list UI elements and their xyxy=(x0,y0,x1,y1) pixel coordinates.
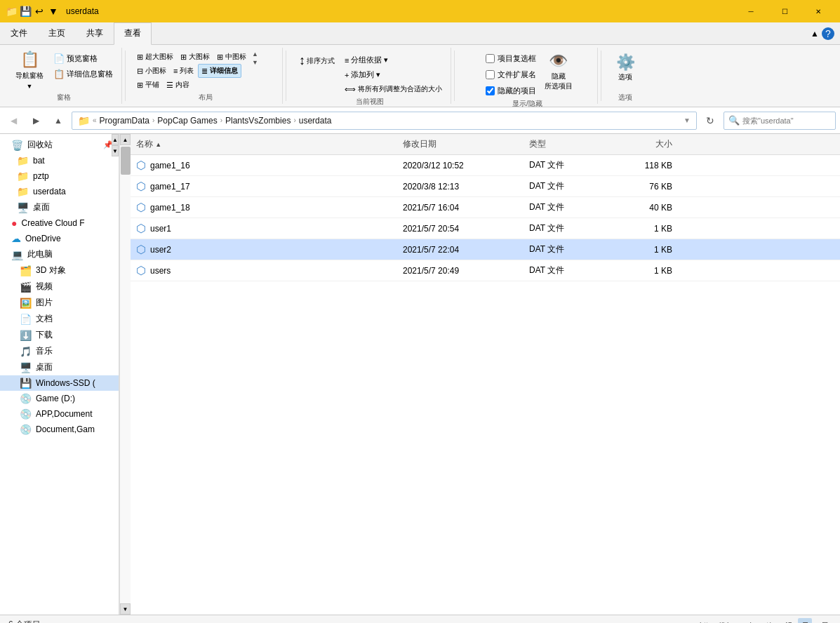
sidebar-label-userdata: userdata xyxy=(33,187,66,196)
tab-share[interactable]: 共享 xyxy=(76,22,114,44)
file-name-user1[interactable]: ⬡ user1 xyxy=(131,220,397,236)
sidebar-scrollbar: ▲ ▼ xyxy=(119,134,131,615)
file-name-users[interactable]: ⬡ users xyxy=(131,262,397,279)
large-icons-button[interactable]: ⊞ 大图标 xyxy=(178,51,213,63)
sidebar-item-onedrive[interactable]: ☁ OneDrive xyxy=(0,231,119,246)
large-view-button[interactable]: ⊞ xyxy=(818,618,832,624)
file-name-game1-18[interactable]: ⬡ game1_18 xyxy=(131,199,397,215)
sidebar-scrollbar-up[interactable]: ▲ xyxy=(120,134,131,145)
table-row[interactable]: ⬡ user2 2021/5/7 22:04 DAT 文件 1 KB xyxy=(131,239,840,260)
sidebar-item-app[interactable]: 💿 APP,Document xyxy=(0,406,119,422)
sidebar-scroll-down[interactable]: ▼ xyxy=(112,145,119,156)
maximize-button[interactable]: ☐ xyxy=(768,0,801,22)
path-dropdown-icon[interactable]: ▼ xyxy=(684,116,691,124)
sidebar-label-game-d: Game (D:) xyxy=(36,394,75,403)
close-button[interactable]: ✕ xyxy=(802,0,834,22)
table-row[interactable]: ⬡ game1_16 2020/3/12 10:52 DAT 文件 118 KB xyxy=(131,155,840,176)
extra-large-icons-button[interactable]: ⊞ 超大图标 xyxy=(134,51,176,63)
sidebar-item-pztp[interactable]: 📁 pztp xyxy=(0,168,119,184)
status-url: https://blog.csdn.net/qq_45 xyxy=(700,621,792,624)
path-sep-3: › xyxy=(293,116,295,124)
tab-file[interactable]: 文件 xyxy=(0,22,38,44)
hidden-items-input[interactable] xyxy=(486,86,495,95)
sidebar-label-onedrive: OneDrive xyxy=(25,234,61,243)
list-button[interactable]: ≡ 列表 xyxy=(171,64,196,78)
details-button[interactable]: ≣ 详细信息 xyxy=(198,64,241,78)
ribbon-collapse-icon[interactable]: ▲ xyxy=(811,29,819,39)
sidebar-item-desktop2[interactable]: 🖥️ 桌面 xyxy=(0,359,119,375)
creative-cloud-icon: ● xyxy=(11,217,17,229)
item-checkbox-toggle[interactable]: 项目复选框 xyxy=(483,52,539,65)
minimize-button[interactable]: ─ xyxy=(735,0,767,22)
tab-home[interactable]: 主页 xyxy=(38,22,76,44)
col-header-type[interactable]: 类型 xyxy=(524,137,608,152)
fit-columns-button[interactable]: ⟺ 将所有列调整为合适的大小 xyxy=(342,83,445,95)
path-programdata[interactable]: ProgramData xyxy=(100,116,149,126)
path-popcap[interactable]: PopCap Games xyxy=(157,116,217,126)
sidebar-scrollbar-thumb[interactable] xyxy=(121,147,131,175)
preview-pane-button[interactable]: 📄 预览窗格 xyxy=(51,52,116,65)
sidebar-item-pictures[interactable]: 🖼️ 图片 xyxy=(0,295,119,311)
help-icon[interactable]: ? xyxy=(822,27,834,40)
details-pane-button[interactable]: 📋 详细信息窗格 xyxy=(51,67,116,81)
sidebar-item-desktop[interactable]: 🖥️ 桌面 xyxy=(0,199,119,215)
folder-icon: 📁 xyxy=(78,115,90,126)
col-header-date[interactable]: 修改日期 xyxy=(397,137,524,152)
tab-view[interactable]: 查看 xyxy=(114,22,152,45)
sidebar-item-docs[interactable]: 📄 文档 xyxy=(0,311,119,327)
file-name-game1-17[interactable]: ⬡ game1_17 xyxy=(131,178,397,194)
table-row[interactable]: ⬡ game1_17 2020/3/8 12:13 DAT 文件 76 KB xyxy=(131,176,840,197)
file-type-user1: DAT 文件 xyxy=(524,221,608,236)
back-button[interactable]: ◀ xyxy=(4,112,22,130)
sidebar-scrollbar-track[interactable] xyxy=(120,145,131,603)
title-bar-dropdown-icon[interactable]: ▼ xyxy=(48,6,59,17)
col-header-name[interactable]: 名称 ▲ xyxy=(131,137,397,152)
title-bar-icons: 📁 💾 ↩ ▼ xyxy=(6,6,59,17)
content-button[interactable]: ☰ 内容 xyxy=(164,79,192,91)
sidebar-item-document[interactable]: 💿 Document,Gam xyxy=(0,422,119,437)
tiles-button[interactable]: ⊞ 平铺 xyxy=(134,79,162,91)
sidebar-scrollbar-down[interactable]: ▼ xyxy=(120,603,131,615)
forward-button[interactable]: ▶ xyxy=(27,112,45,130)
sidebar-item-thispc[interactable]: 💻 此电脑 xyxy=(0,246,119,262)
show-hide-group-label: 显示/隐藏 xyxy=(512,99,542,109)
sidebar-item-userdata[interactable]: 📁 userdata xyxy=(0,184,119,199)
add-column-button[interactable]: + 添加列 ▾ xyxy=(342,68,445,81)
sidebar-item-recycle[interactable]: 🗑️ 回收站 📌 xyxy=(0,137,119,153)
sidebar-label-recycle: 回收站 xyxy=(27,139,53,151)
item-checkbox-input[interactable] xyxy=(486,54,495,63)
col-header-size[interactable]: 大小 xyxy=(608,137,678,152)
sidebar-item-3d[interactable]: 🗂️ 3D 对象 xyxy=(0,262,119,279)
panes-group-label: 窗格 xyxy=(57,93,71,102)
medium-icons-button[interactable]: ⊞ 中图标 xyxy=(214,51,249,63)
sort-button[interactable]: ↕️ 排序方式 xyxy=(295,51,339,71)
refresh-button[interactable]: ↻ xyxy=(701,112,719,130)
table-row[interactable]: ⬡ user1 2021/5/7 20:54 DAT 文件 1 KB xyxy=(131,218,840,239)
table-row[interactable]: ⬡ users 2021/5/7 20:49 DAT 文件 1 KB xyxy=(131,260,840,281)
search-input[interactable] xyxy=(742,116,839,125)
detail-view-button[interactable]: ≣ xyxy=(798,618,812,624)
file-name-user2[interactable]: ⬡ user2 xyxy=(131,241,397,257)
hidden-items-toggle[interactable]: 隐藏的项目 xyxy=(483,84,539,98)
group-by-button[interactable]: ≡ 分组依据 ▾ xyxy=(342,53,445,67)
sidebar-item-creative-cloud[interactable]: ● Creative Cloud F xyxy=(0,215,119,231)
file-extensions-toggle[interactable]: 文件扩展名 xyxy=(483,68,539,81)
sidebar-item-video[interactable]: 🎬 视频 xyxy=(0,279,119,295)
small-icons-button[interactable]: ⊟ 小图标 xyxy=(134,64,169,78)
file-name-game1-16[interactable]: ⬡ game1_16 xyxy=(131,157,397,173)
path-userdata[interactable]: userdata xyxy=(299,116,332,126)
sidebar-item-music[interactable]: 🎵 音乐 xyxy=(0,343,119,359)
sidebar-item-game-d[interactable]: 💿 Game (D:) xyxy=(0,391,119,406)
table-row[interactable]: ⬡ game1_18 2021/5/7 16:04 DAT 文件 40 KB xyxy=(131,197,840,218)
nav-pane-button[interactable]: 📋 导航窗格 ▼ xyxy=(11,49,48,91)
this-pc-icon: 💻 xyxy=(11,249,23,260)
sidebar-item-downloads[interactable]: ⬇️ 下载 xyxy=(0,327,119,343)
sidebar-item-windows-ssd[interactable]: 💾 Windows-SSD ( xyxy=(0,375,119,391)
file-extensions-input[interactable] xyxy=(486,70,495,79)
sidebar-scroll-up[interactable]: ▲ xyxy=(112,134,119,145)
path-pvz[interactable]: PlantsVsZombies xyxy=(225,116,291,126)
sidebar-item-bat[interactable]: 📁 bat xyxy=(0,153,119,168)
options-button[interactable]: ⚙️ 选项 xyxy=(613,52,638,83)
address-path[interactable]: 📁 « ProgramData › PopCap Games › PlantsV… xyxy=(72,112,697,130)
up-button[interactable]: ▲ xyxy=(49,112,67,130)
